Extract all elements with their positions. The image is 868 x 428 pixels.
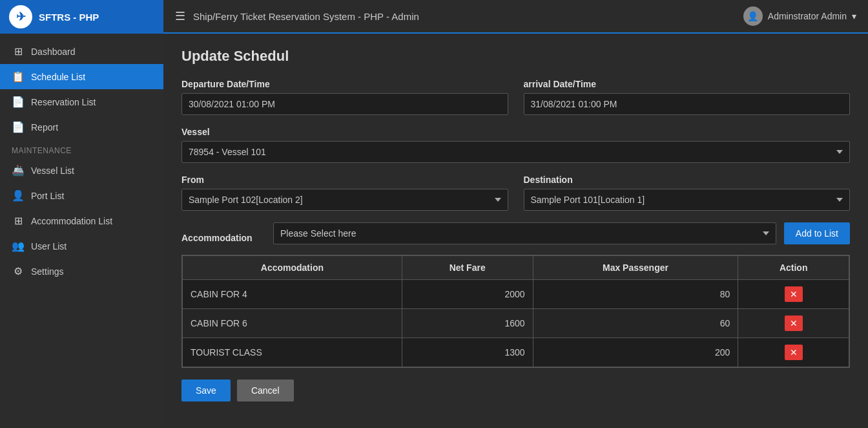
col-header-accommodation: Accomodation [183, 256, 402, 280]
destination-select[interactable]: Sample Port 101[Location 1] [524, 189, 851, 211]
page-title: Update Schedul [181, 48, 850, 65]
sidebar-item-settings[interactable]: ⚙ Settings [0, 259, 163, 284]
cell-accommodation: TOURIST CLASS [183, 338, 402, 367]
delete-button[interactable]: ✕ [785, 316, 803, 331]
sidebar-item-schedule-list[interactable]: 📋 Schedule List [0, 64, 163, 89]
col-header-net-fare: Net Fare [402, 256, 533, 280]
cell-action: ✕ [738, 309, 849, 338]
col-header-action: Action [738, 256, 849, 280]
cell-accommodation: CABIN FOR 4 [183, 280, 402, 309]
departure-input[interactable] [181, 93, 508, 115]
col-header-max-passenger: Max Passenger [533, 256, 738, 280]
hamburger-menu[interactable]: ☰ [175, 9, 185, 23]
sidebar-nav: ⊞ Dashboard 📋 Schedule List 📄 Reservatio… [0, 34, 163, 289]
sidebar-item-label: Dashboard [31, 47, 76, 57]
reservation-icon: 📄 [12, 96, 25, 108]
from-label: From [181, 175, 508, 185]
arrival-label: arrival Date/Time [524, 79, 851, 89]
cell-max-passenger: 200 [533, 338, 738, 367]
sidebar-item-label: Accommodation List [31, 216, 112, 226]
sidebar-item-label: Settings [31, 266, 64, 277]
sidebar-item-user-list[interactable]: 👥 User List [0, 233, 163, 259]
maintenance-section-label: Maintenance [0, 140, 163, 158]
schedule-icon: 📋 [12, 70, 25, 83]
cell-action: ✕ [738, 280, 849, 309]
cell-max-passenger: 80 [533, 280, 738, 309]
vessel-select[interactable]: 78954 - Vessel 101 [181, 141, 850, 163]
from-group: From Sample Port 102[Location 2] [181, 175, 508, 211]
delete-button[interactable]: ✕ [785, 286, 803, 302]
cancel-button[interactable]: Cancel [237, 380, 294, 401]
sidebar-item-label: Schedule List [31, 72, 85, 82]
sidebar-item-label: User List [31, 241, 67, 251]
accommodation-table: Accomodation Net Fare Max Passenger Acti… [182, 255, 849, 367]
sidebar-item-port-list[interactable]: 👤 Port List [0, 183, 163, 208]
table-row: TOURIST CLASS 1300 200 ✕ [183, 338, 849, 367]
sidebar-header: ✈ SFTRS - PHP [0, 0, 163, 34]
accommodation-select-col: Please Select here [273, 222, 776, 244]
sidebar-item-label: Report [31, 122, 58, 133]
sidebar-item-label: Port List [31, 191, 64, 201]
departure-label: Departure Date/Time [181, 79, 508, 89]
departure-group: Departure Date/Time [181, 79, 508, 115]
brand-name: SFTRS - PHP [39, 12, 99, 23]
table-header-row: Accomodation Net Fare Max Passenger Acti… [183, 256, 849, 280]
accommodation-select[interactable]: Please Select here [273, 222, 776, 244]
table-body: CABIN FOR 4 2000 80 ✕ CABIN FOR 6 1600 6… [183, 280, 849, 367]
save-button[interactable]: Save [181, 380, 231, 401]
sidebar-item-report[interactable]: 📄 Report [0, 114, 163, 140]
destination-label: Destination [524, 175, 851, 185]
admin-label: Adminstrator Admin [768, 11, 847, 21]
report-icon: 📄 [12, 121, 25, 133]
cell-action: ✕ [738, 338, 849, 367]
sidebar-item-vessel-list[interactable]: 🚢 Vessel List [0, 158, 163, 183]
table-row: CABIN FOR 6 1600 60 ✕ [183, 309, 849, 338]
topbar: ☰ Ship/Ferry Ticket Reservation System -… [163, 0, 868, 34]
cell-accommodation: CABIN FOR 6 [183, 309, 402, 338]
accommodation-table-container: Accomodation Net Fare Max Passenger Acti… [181, 255, 850, 368]
destination-group: Destination Sample Port 101[Location 1] [524, 175, 851, 211]
vessel-icon: 🚢 [12, 164, 25, 177]
settings-icon: ⚙ [12, 265, 25, 277]
accommodation-row: Accommodation Please Select here Add to … [181, 222, 850, 244]
sidebar-item-reservation-list[interactable]: 📄 Reservation List [0, 89, 163, 114]
form-actions: Save Cancel [181, 380, 850, 401]
accommodation-icon: ⊞ [12, 215, 25, 227]
departure-arrival-row: Departure Date/Time arrival Date/Time [181, 79, 850, 115]
sidebar: ✈ SFTRS - PHP ⊞ Dashboard 📋 Schedule Lis… [0, 0, 163, 428]
sidebar-item-label: Reservation List [31, 97, 96, 107]
content-area: Update Schedul Departure Date/Time arriv… [163, 34, 868, 428]
cell-fare: 1600 [402, 309, 533, 338]
cell-max-passenger: 60 [533, 309, 738, 338]
topbar-right: 👤 Adminstrator Admin ▾ [743, 6, 856, 26]
arrival-group: arrival Date/Time [524, 79, 851, 115]
cell-fare: 1300 [402, 338, 533, 367]
topbar-title: Ship/Ferry Ticket Reservation System - P… [193, 11, 419, 22]
vessel-row: Vessel 78954 - Vessel 101 [181, 127, 850, 163]
sidebar-item-accommodation-list[interactable]: ⊞ Accommodation List [0, 208, 163, 233]
user-icon: 👥 [12, 240, 25, 252]
port-icon: 👤 [12, 189, 25, 202]
main-content: ☰ Ship/Ferry Ticket Reservation System -… [163, 0, 868, 428]
cell-fare: 2000 [402, 280, 533, 309]
avatar: 👤 [743, 6, 763, 26]
topbar-left: ☰ Ship/Ferry Ticket Reservation System -… [175, 9, 419, 23]
dashboard-icon: ⊞ [12, 45, 25, 58]
delete-button[interactable]: ✕ [785, 345, 803, 360]
add-to-list-button[interactable]: Add to List [784, 222, 850, 244]
chevron-down-icon: ▾ [852, 11, 856, 21]
accommodation-label: Accommodation [181, 233, 265, 244]
sidebar-item-label: Vessel List [31, 166, 74, 176]
vessel-label: Vessel [181, 127, 850, 137]
from-select[interactable]: Sample Port 102[Location 2] [181, 189, 508, 211]
table-row: CABIN FOR 4 2000 80 ✕ [183, 280, 849, 309]
from-destination-row: From Sample Port 102[Location 2] Destina… [181, 175, 850, 211]
vessel-group: Vessel 78954 - Vessel 101 [181, 127, 850, 163]
sidebar-item-dashboard[interactable]: ⊞ Dashboard [0, 39, 163, 64]
arrival-input[interactable] [524, 93, 851, 115]
app-logo: ✈ [9, 5, 32, 28]
